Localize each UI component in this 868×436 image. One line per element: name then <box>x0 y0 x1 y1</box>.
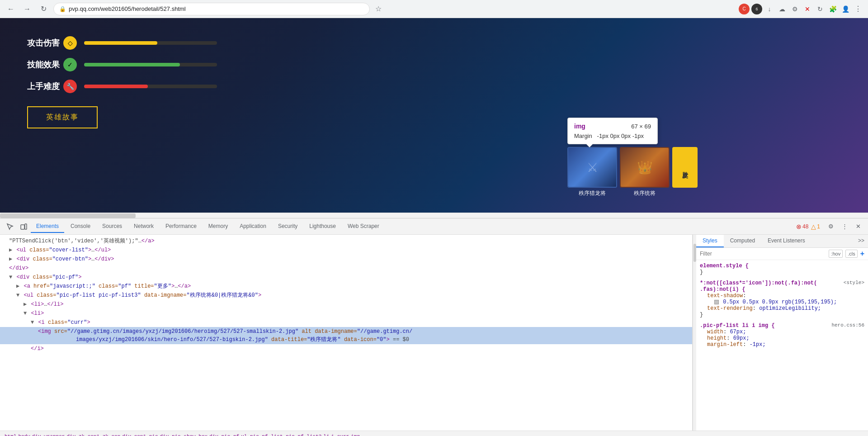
html-line-3[interactable]: ▶ <div class="cover-btn">…</div> <box>0 255 692 264</box>
tab-memory[interactable]: Memory <box>203 220 233 233</box>
hero-btn-container: 英雄故事 <box>27 106 98 128</box>
html-line-8[interactable]: ▶ <li>…</li> <box>0 300 692 309</box>
skin-more-button[interactable]: 皮肤 <box>672 147 698 188</box>
breadcrumb-img[interactable]: img <box>350 434 361 436</box>
skill-bar-container <box>84 63 217 66</box>
skin2-image[interactable]: 👑 <box>620 147 670 188</box>
breadcrumb-li[interactable]: li <box>322 434 330 436</box>
expand-9[interactable]: ▼ <box>24 310 27 317</box>
tooltip-margin-value: -1px 0px 0px -1px <box>597 133 644 139</box>
svg-rect-0 <box>21 225 24 229</box>
difficulty-bar <box>84 85 148 88</box>
difficulty-stat-row: 上手难度 🔧 <box>27 80 217 93</box>
expand-3[interactable]: ▶ <box>9 256 12 262</box>
device-toggle-button[interactable] <box>17 220 30 233</box>
tab-lighthouse[interactable]: Lighthouse <box>304 220 341 233</box>
bookmark-icon[interactable]: ☆ <box>375 5 382 13</box>
settings-button[interactable]: ⚙ <box>825 220 837 233</box>
address-bar[interactable]: 🔒 pvp.qq.com/web201605/herodetail/527.sh… <box>53 3 370 15</box>
skin1-placeholder: ⚔ <box>587 160 598 175</box>
breadcrumb-wrapper[interactable]: div.wrapper <box>31 434 66 436</box>
styles-content[interactable]: element.style { } <style> *:not([class*=… <box>696 260 868 431</box>
html-line-6[interactable]: ▶ <a href="javascript:;" class="pf" titl… <box>0 282 692 291</box>
html-line-11[interactable]: <img src="//game.gtimg.cn/images/yxzj/im… <box>0 327 692 344</box>
skill-icon: ✓ <box>63 58 77 71</box>
tab-performance[interactable]: Performance <box>160 220 202 233</box>
color-swatch-gray <box>714 300 719 304</box>
close-devtools-button[interactable]: ✕ <box>852 220 864 233</box>
skin2-label: 秩序统将 <box>634 190 656 197</box>
html-line-9[interactable]: ▼ <li> <box>0 309 692 318</box>
styles-tab-event-listeners[interactable]: Event Listeners <box>761 235 811 247</box>
breadcrumb-con1-pic[interactable]: div.con1-pic <box>121 434 159 436</box>
elements-scrollbar[interactable] <box>693 235 696 431</box>
html-text-1: "PTTSendClick('btn','video','英雄视频');"… <box>9 238 142 244</box>
breadcrumb-body[interactable]: body <box>17 434 31 436</box>
skin1-image[interactable]: ⚔ <box>567 147 617 188</box>
html-line-4[interactable]: </div> <box>0 264 692 273</box>
styles-filter-input[interactable] <box>700 251 826 257</box>
add-style-btn[interactable]: + <box>860 250 864 258</box>
devtools-more-button[interactable]: ⋮ <box>838 220 851 233</box>
tab-console[interactable]: Console <box>65 220 96 233</box>
lock-icon: 🔒 <box>59 6 66 12</box>
html-line-7[interactable]: ▼ <ul class="pic-pf-list pic-pf-list3" d… <box>0 291 692 300</box>
styles-tab-computed[interactable]: Computed <box>724 235 761 247</box>
expand-6[interactable]: ▶ <box>16 283 19 289</box>
error-count-badge: ⊗ 48 <box>796 223 808 230</box>
tab-network[interactable]: Network <box>128 220 159 233</box>
forward-button[interactable]: → <box>21 3 33 15</box>
attack-bar-container <box>84 41 217 45</box>
inspect-element-button[interactable] <box>4 220 16 233</box>
tooltip-margin-label: Margin <box>574 133 592 139</box>
html-line-12[interactable]: </i> <box>0 344 692 353</box>
skin2-thumb[interactable]: 👑 秩序统将 <box>620 147 670 197</box>
tab-sources[interactable]: Sources <box>97 220 127 233</box>
download-icon[interactable]: ↓ <box>764 4 775 14</box>
breadcrumb-pic-pf[interactable]: div.pic-pf <box>208 434 240 436</box>
devtools-toolbar: Elements Console Sources Network Perform… <box>0 218 868 235</box>
back-button[interactable]: ← <box>5 3 17 15</box>
styles-tab-styles[interactable]: Styles <box>696 235 724 247</box>
horizontal-scrollbar[interactable] <box>0 213 868 218</box>
breadcrumb-ul-pic-pf[interactable]: ul.pic-pf-list.pic-pf-list3 <box>240 434 322 436</box>
not-icon-rule: <style> *:not([class*='icon']):not(.fa):… <box>700 280 864 318</box>
expand-10[interactable]: ▼ <box>31 319 34 326</box>
class-filter-btn[interactable]: .cls <box>845 250 858 258</box>
ext-settings-icon[interactable]: ⚙ <box>789 4 800 14</box>
breadcrumb-pic-show-box[interactable]: div.pic-show-box <box>159 434 208 436</box>
attack-label: 攻击伤害 <box>27 38 63 48</box>
ext-refresh-icon[interactable]: ↻ <box>815 4 826 14</box>
html-line-2[interactable]: ▶ <ul class="cover-list">…</ul> <box>0 246 692 255</box>
ext-cloud-icon[interactable]: ☁ <box>777 4 788 14</box>
hero-content-area: 攻击伤害 ◇ 技能效果 ✓ 上手难度 🔧 英雄故事 img 67 × <box>0 18 868 213</box>
ext-puzzle-icon[interactable]: 🧩 <box>827 4 838 14</box>
ext-user-icon[interactable]: 👤 <box>840 4 851 14</box>
expand-8[interactable]: ▶ <box>24 301 27 308</box>
expand-2[interactable]: ▶ <box>9 247 12 253</box>
tab-application[interactable]: Application <box>234 220 272 233</box>
attack-stat-row: 攻击伤害 ◇ <box>27 36 217 50</box>
chrome-icon[interactable]: C <box>739 4 750 14</box>
styles-tab-more[interactable]: >> <box>854 235 868 247</box>
hero-story-button[interactable]: 英雄故事 <box>27 106 98 128</box>
ext-6-icon[interactable]: 6 <box>751 4 762 14</box>
html-line-1[interactable]: "PTTSendClick('btn','video','英雄视频');"…</… <box>0 237 692 246</box>
breadcrumb-zk-con[interactable]: div.zk-con1.zk-con <box>66 434 121 436</box>
hover-filter-btn[interactable]: :hov <box>829 250 843 258</box>
tab-security[interactable]: Security <box>273 220 303 233</box>
breadcrumb-html[interactable]: html <box>4 434 17 436</box>
skin1-thumb[interactable]: ⚔ 秩序猎龙将 <box>567 147 617 197</box>
reload-button[interactable]: ↻ <box>37 3 50 15</box>
elements-panel[interactable]: "PTTSendClick('btn','video','英雄视频');"…</… <box>0 235 693 431</box>
html-line-10[interactable]: ▼ <i class="curr"> <box>0 318 692 327</box>
attack-bar <box>84 41 157 45</box>
breadcrumb-i-curr[interactable]: i.curr <box>330 434 350 436</box>
expand-7[interactable]: ▼ <box>16 292 19 299</box>
tab-webscraper[interactable]: Web Scraper <box>342 220 385 233</box>
expand-5[interactable]: ▼ <box>9 274 12 280</box>
ext-cross-icon[interactable]: ✕ <box>802 4 813 14</box>
ext-menu-icon[interactable]: ⋮ <box>853 4 863 14</box>
html-line-5[interactable]: ▼ <div class="pic-pf"> <box>0 273 692 282</box>
tab-elements[interactable]: Elements <box>31 220 64 233</box>
